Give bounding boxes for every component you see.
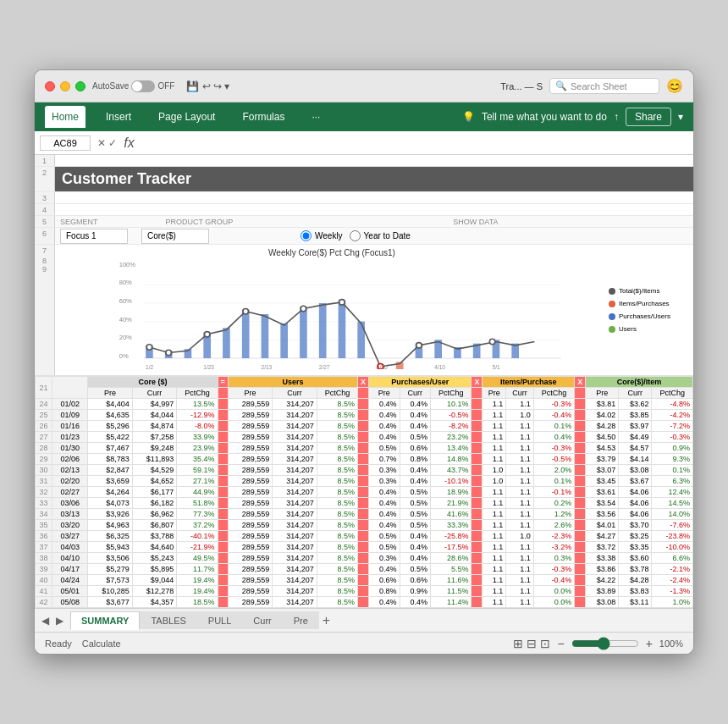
tab-insert[interactable]: Insert [99,106,138,128]
ribbon: Home Insert Page Layout Formulas ··· 💡 T… [35,102,693,131]
segment-label: SEGMENT [60,218,98,226]
zoom-percent: 100% [659,638,683,649]
col-pu-pct: PctChg [431,388,472,399]
svg-text:2/13: 2/13 [262,364,273,369]
table-row: 27 01/23 $5,422 $7,258 33.9% 289,559 314… [36,432,693,443]
search-icon: 🔍 [555,80,567,91]
product-dropdown[interactable]: Core($) [141,229,209,244]
tab-nav-right[interactable]: ▶ [56,615,63,627]
formula-bar: ✕ ✓ fx [35,131,693,155]
user-icon[interactable]: 😊 [666,78,683,94]
show-data-radios: Weekly Year to Date [301,230,411,241]
svg-point-32 [166,350,172,356]
table-row: 39 04/17 $5,279 $5,895 11.7% 289,559 314… [36,564,693,575]
normal-view-icon[interactable]: ⊞ [513,637,523,650]
maximize-button[interactable] [75,81,85,91]
zoom-slider[interactable] [571,637,639,650]
customer-tracker-title: Customer Tracker [62,170,191,188]
table-row: 37 04/03 $5,943 $4,640 -21.9% 289,559 31… [36,542,693,553]
name-box[interactable] [40,135,91,151]
table-sub-header: Pre Curr PctChg Pre Curr PctChg Pre Curr… [36,388,693,399]
col-ip-pre: Pre [483,388,506,399]
tell-me[interactable]: Tell me what you want to do [482,111,607,123]
zoom-plus-icon[interactable]: + [646,637,653,650]
minimize-button[interactable] [60,81,70,91]
view-icons: ⊞ ⊟ ⊡ [513,637,550,650]
tab-formulas[interactable]: Formulas [235,106,291,128]
col-pu-pre: Pre [369,388,400,399]
users-header: Users [228,377,357,388]
legend-purchases-users: Purchases/Users [609,312,693,320]
table-row: 28 01/30 $7,467 $9,248 23.9% 289,559 314… [36,443,693,454]
table-row: 24 01/02 $4,404 $4,997 13.5% 289,559 314… [36,399,693,410]
svg-text:80%: 80% [119,279,132,286]
svg-point-38 [416,343,422,349]
col-core-curr: Curr [132,388,176,399]
status-bar: Ready Calculate ⊞ ⊟ ⊡ − + 100% [35,632,693,654]
svg-rect-20 [319,303,327,358]
tab-summary[interactable]: SUMMARY [70,611,140,630]
segment-dropdown[interactable]: Focus 1 [60,229,128,244]
svg-point-33 [204,332,210,338]
status-ready: Ready [45,638,72,649]
table-row: 41 05/01 $10,285 $12,278 19.4% 289,559 3… [36,586,693,597]
page-break-icon[interactable]: ⊡ [540,637,550,650]
titlebar-mid: AutoSave OFF 💾 ↩ ↪ ▾ [92,80,494,92]
autosave-off-label: OFF [157,81,174,91]
page-layout-icon[interactable]: ⊟ [527,637,537,650]
table-row: 32 02/27 $4,264 $6,177 44.9% 289,559 314… [36,487,693,498]
svg-point-31 [146,345,152,351]
svg-rect-18 [280,323,288,358]
add-sheet-button[interactable]: + [323,613,330,628]
svg-text:1/23: 1/23 [203,364,214,369]
table-row: 31 02/20 $3,659 $4,652 27.1% 289,559 314… [36,476,693,487]
tab-more[interactable]: ··· [305,106,327,128]
chart-legend: Total($)/Items Items/Purchases Purchases… [609,245,693,375]
tab-page-layout[interactable]: Page Layout [152,106,222,128]
x-divider-2: X [358,377,369,388]
tab-home[interactable]: Home [45,106,85,128]
excel-window: AutoSave OFF 💾 ↩ ↪ ▾ Tra... — S 🔍 Search… [34,69,694,655]
svg-rect-19 [300,307,307,358]
zoom-minus-icon[interactable]: − [557,637,564,650]
tab-curr[interactable]: Curr [242,611,282,629]
share-button[interactable]: Share [626,108,671,126]
col-users-pct: PctChg [317,388,357,399]
col-ci-pre: Pre [586,388,619,399]
autosave-toggle[interactable] [131,80,155,92]
svg-rect-15 [223,328,230,358]
svg-text:5/1: 5/1 [493,364,500,369]
table-row: 25 01/09 $4,635 $4,044 -12.9% 289,559 31… [36,410,693,421]
col-ip-curr: Curr [506,388,533,399]
svg-point-36 [339,300,345,306]
table-row: 30 02/13 $2,847 $4,529 59.1% 289,559 314… [36,465,693,476]
share-chevron[interactable]: ▾ [678,111,683,123]
svg-text:60%: 60% [119,297,132,305]
svg-point-39 [489,339,494,345]
search-box[interactable]: 🔍 Search Sheet [549,78,659,94]
coreper-header: Core($)/Item [586,377,693,388]
chart-title: Weekly Core($) Pct Chg (Focus1) [58,248,605,257]
spreadsheet: 1 2 Customer Tracker 3 4 5 SEGMENT PRODU… [35,155,693,608]
col-ip-pct: PctChg [533,388,574,399]
autosave-control: AutoSave OFF [92,80,174,92]
tab-pull[interactable]: PULL [197,611,243,629]
svg-text:40%: 40% [119,316,132,323]
formula-input[interactable] [141,137,688,149]
col-users-pre: Pre [228,388,272,399]
close-button[interactable] [45,81,55,91]
svg-text:1/2: 1/2 [146,364,153,369]
purchases-header: Purchases/User [369,377,472,388]
radio-ytd[interactable]: Year to Date [350,230,411,241]
col-core-pct: PctChg [177,388,218,399]
tab-nav-left[interactable]: ◀ [41,615,49,627]
tab-tables[interactable]: TABLES [140,611,196,629]
radio-weekly[interactable]: Weekly [301,230,343,241]
svg-text:2/27: 2/27 [319,364,330,369]
data-table: 21 Core ($) = Users X Purchases/User X I… [35,376,693,608]
table-row: 38 04/10 $3,506 $5,243 49.5% 289,559 314… [36,553,693,564]
x-divider-3: X [472,377,483,388]
svg-point-34 [243,309,249,315]
tab-pre[interactable]: Pre [283,611,319,629]
status-calculate: Calculate [82,638,121,649]
